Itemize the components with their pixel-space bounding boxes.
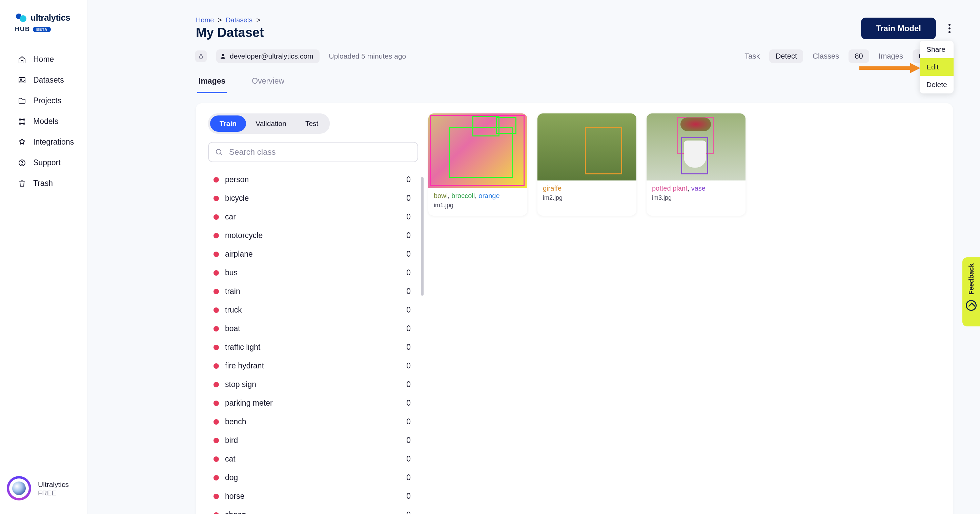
class-row[interactable]: bench0 — [208, 412, 418, 431]
image-tags: bowl, broccoli, orange — [434, 192, 522, 200]
class-row[interactable]: car0 — [208, 208, 418, 226]
class-color-dot — [213, 438, 219, 443]
class-name: parking meter — [225, 398, 273, 408]
class-name: boat — [225, 324, 240, 333]
image-card[interactable]: potted plant, vase im3.jpg — [647, 113, 746, 216]
class-row[interactable]: bicycle0 — [208, 189, 418, 208]
task-label: Task — [745, 52, 760, 60]
sidebar-item-home[interactable]: Home — [0, 49, 87, 70]
class-count: 0 — [406, 268, 418, 277]
avatar — [7, 476, 31, 500]
image-file: im3.jpg — [652, 194, 740, 201]
class-row[interactable]: boat0 — [208, 319, 418, 338]
class-name: dog — [225, 473, 238, 482]
class-count: 0 — [406, 473, 418, 482]
class-name: bird — [225, 436, 238, 445]
class-color-dot — [213, 494, 219, 499]
class-color-dot — [213, 252, 219, 257]
breadcrumb-home[interactable]: Home — [196, 16, 214, 24]
class-panel: Train Validation Test person0bicycle0car… — [208, 113, 418, 514]
sidebar-item-integrations[interactable]: Integrations — [0, 132, 87, 152]
split-tab-train[interactable]: Train — [210, 116, 246, 132]
sidebar-nav: Home Datasets Projects Models Integratio… — [0, 39, 87, 194]
class-row[interactable]: cat0 — [208, 450, 418, 468]
account-widget[interactable]: Ultralytics FREE — [0, 476, 87, 514]
class-name: truck — [225, 305, 242, 314]
svg-point-1 — [20, 15, 26, 22]
class-count: 0 — [406, 324, 418, 333]
class-row[interactable]: parking meter0 — [208, 394, 418, 412]
ctx-delete[interactable]: Delete — [920, 76, 954, 94]
class-color-dot — [213, 233, 219, 238]
svg-point-9 — [22, 164, 22, 165]
class-color-dot — [213, 308, 219, 313]
class-count: 0 — [406, 287, 418, 296]
sidebar-item-models[interactable]: Models — [0, 111, 87, 132]
class-row[interactable]: bus0 — [208, 263, 418, 282]
sidebar-item-label: Projects — [33, 96, 61, 105]
svg-marker-14 — [910, 63, 920, 73]
models-icon — [18, 117, 26, 126]
class-name: traffic light — [225, 343, 260, 352]
svg-rect-10 — [200, 56, 203, 58]
class-row[interactable]: traffic light0 — [208, 338, 418, 357]
sidebar-item-support[interactable]: Support — [0, 152, 87, 173]
search-box[interactable] — [208, 142, 418, 162]
class-row[interactable]: truck0 — [208, 301, 418, 319]
sidebar: ultralytics HUB BETA Home Datasets Proje… — [0, 0, 88, 514]
breadcrumb-datasets[interactable]: Datasets — [226, 16, 253, 24]
class-color-dot — [213, 475, 219, 481]
more-menu-button[interactable] — [946, 22, 953, 35]
class-count: 0 — [406, 305, 418, 314]
help-icon — [18, 159, 26, 167]
tab-images[interactable]: Images — [197, 73, 227, 93]
class-color-dot — [213, 214, 219, 220]
class-row[interactable]: airplane0 — [208, 245, 418, 263]
logo[interactable]: ultralytics HUB BETA — [0, 0, 87, 39]
images-label: Images — [879, 52, 903, 60]
class-color-dot — [213, 270, 219, 276]
owner-chip[interactable]: developer@ultralytics.com — [216, 49, 320, 63]
class-row[interactable]: horse0 — [208, 487, 418, 506]
class-color-dot — [213, 345, 219, 350]
class-name: cat — [225, 454, 235, 463]
image-card[interactable]: giraffe im2.jpg — [538, 113, 636, 216]
sidebar-item-projects[interactable]: Projects — [0, 90, 87, 111]
classes-value: 80 — [848, 49, 869, 63]
sidebar-item-datasets[interactable]: Datasets — [0, 70, 87, 90]
class-name: bus — [225, 268, 237, 277]
task-value: Detect — [769, 49, 803, 63]
class-row[interactable]: sheep0 — [208, 506, 418, 514]
class-count: 0 — [406, 175, 418, 184]
class-color-dot — [213, 177, 219, 182]
ctx-edit[interactable]: Edit — [920, 58, 954, 76]
class-row[interactable]: motorcycle0 — [208, 226, 418, 245]
class-row[interactable]: fire hydrant0 — [208, 357, 418, 375]
class-name: stop sign — [225, 380, 256, 389]
lock-icon — [195, 51, 207, 62]
breadcrumb-sep: > — [218, 16, 222, 24]
ctx-share[interactable]: Share — [920, 41, 954, 58]
sidebar-item-label: Datasets — [33, 76, 64, 85]
image-card[interactable]: bowl, broccoli, orange im1.jpg — [428, 113, 527, 216]
class-row[interactable]: stop sign0 — [208, 375, 418, 394]
tab-overview[interactable]: Overview — [250, 73, 286, 93]
class-row[interactable]: dog0 — [208, 468, 418, 487]
class-count: 0 — [406, 194, 418, 203]
context-menu: Share Edit Delete — [920, 41, 954, 94]
class-count: 0 — [406, 231, 418, 240]
class-row[interactable]: person0 — [208, 170, 418, 189]
image-tags: potted plant, vase — [652, 184, 740, 192]
class-color-dot — [213, 363, 219, 369]
class-name: motorcycle — [225, 231, 262, 240]
sidebar-item-trash[interactable]: Trash — [0, 173, 87, 194]
split-tab-validation[interactable]: Validation — [246, 116, 296, 132]
feedback-tab[interactable]: Feedback — [963, 257, 980, 327]
class-color-dot — [213, 401, 219, 406]
search-input[interactable] — [229, 147, 411, 157]
scrollbar[interactable] — [421, 177, 423, 296]
class-row[interactable]: train0 — [208, 282, 418, 301]
train-model-button[interactable]: Train Model — [861, 17, 936, 39]
class-row[interactable]: bird0 — [208, 431, 418, 450]
split-tab-test[interactable]: Test — [296, 116, 328, 132]
